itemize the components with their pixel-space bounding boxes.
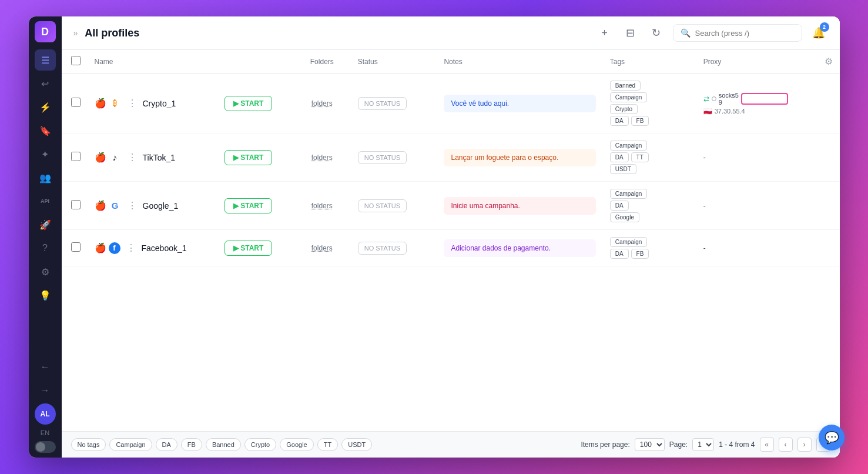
tag[interactable]: DA — [610, 152, 629, 162]
next-page-button[interactable]: › — [797, 438, 812, 452]
start-button-cell: ▶ START — [217, 74, 293, 133]
sidebar-item-bookmarks[interactable]: 🔖 — [35, 120, 56, 141]
search-input[interactable] — [695, 29, 795, 38]
sidebar-item-api[interactable]: API — [35, 191, 56, 212]
profile-name: Google_1 — [143, 201, 179, 211]
quick-icon: ⚡ — [39, 102, 51, 113]
language-selector[interactable]: EN — [38, 427, 52, 439]
app-logo[interactable]: D — [35, 21, 56, 42]
notifications-button[interactable]: 🔔 2 — [809, 24, 828, 42]
filter-google[interactable]: Google — [280, 438, 313, 451]
refresh-icon: ↻ — [652, 26, 661, 39]
tag[interactable]: DA — [610, 201, 629, 211]
prev-page-button[interactable]: ‹ — [779, 438, 793, 452]
pagination: Items per page: 100 50 25 Page: 1 1 - 4 … — [581, 438, 830, 452]
tag[interactable]: USDT — [610, 164, 636, 174]
theme-toggle[interactable] — [35, 441, 56, 453]
tag[interactable]: Campaign — [610, 92, 648, 102]
sidebar-item-team[interactable]: 👥 — [35, 167, 56, 188]
folders-link[interactable]: folders — [311, 244, 333, 252]
first-page-button[interactable]: « — [760, 438, 774, 452]
filter-tt[interactable]: TT — [317, 438, 338, 451]
row-checkbox[interactable] — [71, 98, 81, 107]
tag[interactable]: Campaign — [610, 189, 648, 199]
sidebar-item-settings[interactable]: ⚙ — [35, 261, 56, 282]
more-options-button[interactable]: ⋮ — [125, 151, 139, 164]
tag[interactable]: Campaign — [610, 141, 648, 151]
tag[interactable]: TT — [631, 152, 649, 162]
tags-cell: Campaign DA TT USDT — [610, 141, 689, 174]
refresh-button[interactable]: ↻ — [647, 24, 666, 42]
flag-icon: 🇵🇱 — [703, 107, 712, 115]
folders-link[interactable]: folders — [311, 99, 333, 108]
sidebar-item-ideas[interactable]: 💡 — [35, 285, 56, 306]
table-settings-icon[interactable]: ⚙ — [825, 56, 833, 66]
filter-button[interactable]: ⊟ — [621, 24, 640, 42]
filter-banned[interactable]: Banned — [206, 438, 241, 451]
filter-crypto[interactable]: Crypto — [244, 438, 276, 451]
col-start — [217, 50, 293, 74]
help-icon: ? — [42, 243, 48, 253]
folders-link[interactable]: folders — [311, 202, 333, 210]
tags-cell: Banned Campaign Crypto DA FB — [610, 81, 689, 126]
search-box[interactable]: 🔍 — [673, 24, 802, 42]
filter-icon: ⊟ — [626, 26, 635, 39]
tags-cell: Campaign DA FB — [610, 237, 689, 259]
sidebar-item-profiles[interactable]: ☰ — [35, 49, 56, 71]
tag[interactable]: FB — [631, 116, 649, 126]
sidebar-item-quick[interactable]: ⚡ — [35, 96, 56, 118]
start-button[interactable]: ▶ START — [224, 150, 272, 165]
apple-icon: 🍎 — [95, 152, 106, 163]
folders-link[interactable]: folders — [311, 153, 333, 162]
table-row: 🍎 f ⋮ Facebook_1 ▶ START folders NO STAT… — [62, 230, 840, 266]
filter-no-tags[interactable]: No tags — [71, 438, 106, 451]
user-avatar[interactable]: AL — [35, 403, 56, 425]
more-options-button[interactable]: ⋮ — [124, 241, 138, 255]
tag[interactable]: Google — [610, 212, 639, 222]
start-button[interactable]: ▶ START — [224, 198, 272, 213]
sidebar-item-extensions[interactable]: ✦ — [35, 143, 56, 165]
add-button[interactable]: + — [595, 24, 614, 42]
tag[interactable]: FB — [631, 249, 649, 259]
tag[interactable]: DA — [610, 249, 629, 259]
items-per-page-select[interactable]: 100 50 25 — [635, 438, 665, 451]
sidebar-item-help[interactable]: ? — [35, 238, 56, 259]
select-all-checkbox[interactable] — [71, 56, 81, 65]
col-folders: Folders — [293, 50, 351, 74]
tag[interactable]: Campaign — [610, 237, 648, 247]
filter-usdt[interactable]: USDT — [341, 438, 372, 451]
profiles-icon: ☰ — [41, 55, 49, 66]
tag[interactable]: Banned — [610, 81, 641, 91]
start-button-cell: ▶ START — [217, 133, 293, 182]
proxy-input[interactable] — [741, 93, 788, 105]
start-button[interactable]: ▶ START — [224, 241, 272, 256]
chat-fab-button[interactable]: 💬 — [819, 425, 844, 450]
sidebar-item-back[interactable]: ↩ — [35, 73, 56, 94]
profile-name: Crypto_1 — [143, 99, 176, 108]
page-select[interactable]: 1 — [692, 438, 714, 451]
tag[interactable]: DA — [610, 116, 629, 126]
filter-fb[interactable]: FB — [181, 438, 202, 451]
page-title: All profiles — [85, 27, 588, 39]
filter-campaign[interactable]: Campaign — [109, 438, 152, 451]
main-content: » All profiles + ⊟ ↻ 🔍 🔔 2 — [62, 16, 840, 458]
launch-icon: 🚀 — [39, 219, 51, 231]
start-button[interactable]: ▶ START — [224, 96, 272, 111]
google-icon: G — [109, 199, 122, 212]
more-options-button[interactable]: ⋮ — [125, 199, 139, 212]
chat-icon: 💬 — [825, 430, 839, 445]
proxy-ip-address: 37.30.55.4 — [715, 108, 745, 115]
tag[interactable]: Crypto — [610, 104, 638, 114]
sidebar-item-arrow-left[interactable]: ← — [35, 356, 56, 378]
filter-da[interactable]: DA — [156, 438, 177, 451]
row-checkbox[interactable] — [71, 200, 81, 209]
apple-icon: 🍎 — [95, 200, 106, 212]
sidebar-item-launch[interactable]: 🚀 — [35, 214, 56, 235]
proxy-arrows-icon: ⇄ — [703, 95, 709, 103]
sidebar-item-arrow-right[interactable]: → — [35, 380, 56, 401]
more-options-button[interactable]: ⋮ — [125, 96, 139, 110]
team-icon: 👥 — [39, 172, 51, 183]
page-range: 1 - 4 from 4 — [719, 440, 755, 449]
row-checkbox[interactable] — [71, 152, 81, 161]
row-checkbox[interactable] — [71, 242, 81, 252]
